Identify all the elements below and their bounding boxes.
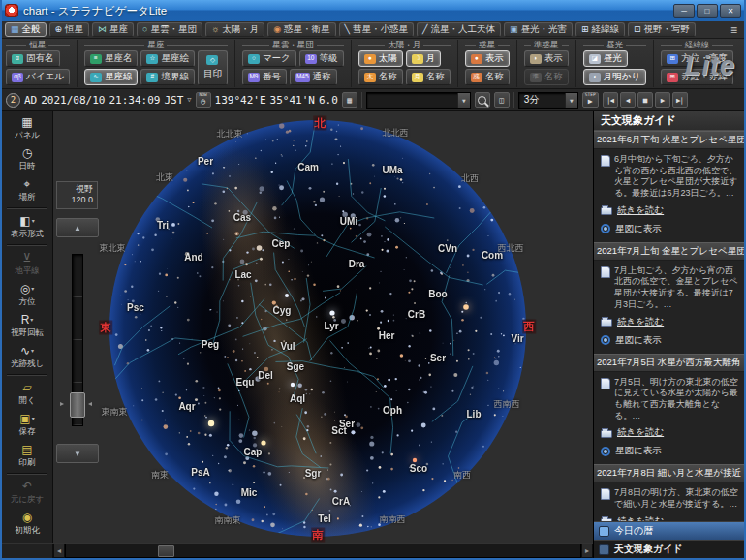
sidebar-item[interactable]: R▾視野回転 (2, 310, 52, 341)
toolbar-button[interactable]: 惑名称 (465, 69, 510, 85)
top-toolbar-button[interactable]: ▦全般 (5, 22, 47, 37)
datetime-dropdown-icon[interactable]: ▽ (187, 96, 191, 104)
constellation-label: Vul (280, 341, 295, 352)
sidebar-item[interactable]: ▤印刷 (2, 440, 52, 471)
guide-tab-phenomena-guide[interactable]: 天文現象ガイド (594, 540, 744, 558)
guide-item-title[interactable]: 2021年7月上旬 金星とプレセペ星団が… (594, 242, 744, 261)
scrollbar-track[interactable] (65, 544, 581, 558)
toolbar-button[interactable]: ≡星座名 (84, 50, 139, 67)
show-in-chart-label: 星図に表示 (615, 223, 662, 235)
toolbar-button[interactable]: 10等級 (299, 50, 344, 67)
toolbar-overflow-button[interactable]: ≡ (727, 23, 741, 37)
interval-dropdown-arrow[interactable]: ▼ (565, 93, 577, 108)
now-button[interactable]: NOW ◷ (196, 92, 211, 108)
toolbar-button[interactable]: α固有名 (6, 50, 60, 67)
toolbar-button[interactable]: ∿星座線 (84, 69, 139, 85)
minimize-button[interactable]: ─ (673, 4, 695, 18)
panel-toggle-button[interactable]: ◫ (494, 92, 510, 108)
guide-item-title[interactable]: 2021年7月8日 細い月と水星が接近 (594, 464, 744, 482)
sidebar-item[interactable]: ◷日時 (2, 143, 52, 174)
zoom-out-button[interactable]: ▼ (56, 444, 99, 463)
top-toolbar-button[interactable]: ╲彗星・小惑星 (339, 22, 414, 37)
fov-slider-thumb[interactable] (70, 392, 85, 418)
time-value[interactable]: 21:34:09 (109, 94, 160, 107)
sidebar-item[interactable]: ⌖場所 (2, 174, 52, 205)
toolbar-button[interactable]: M45通称 (290, 69, 337, 85)
constellation-label: Mic (241, 487, 258, 498)
scrollbar-thumb[interactable] (158, 545, 174, 557)
top-toolbar-button[interactable]: ○星雲・星団 (137, 22, 202, 37)
compass-label: 東南東 (102, 406, 128, 419)
toolbar-button[interactable]: #境界線 (140, 69, 195, 85)
guide-item-title[interactable]: 2021年6月下旬 火星とプレセペ星団が… (594, 131, 744, 149)
toolbar-button[interactable]: ☽月 (406, 50, 442, 67)
read-more-link[interactable]: 続きを読む (594, 423, 744, 442)
guide-tab-today-calendar[interactable]: 今日の暦 (594, 521, 744, 540)
interval-combobox[interactable]: 3分 ▼ (518, 92, 578, 109)
toolbar-group-row: ●太陽☽月 (358, 50, 451, 67)
step-back-button[interactable]: ◀ (620, 92, 636, 108)
top-toolbar-button[interactable]: ⋈星座 (92, 22, 134, 37)
search-dropdown-arrow[interactable]: ▼ (457, 93, 470, 108)
skip-to-start-button[interactable]: |◀ (603, 92, 618, 108)
toolbar-button[interactable]: ◖月明かり (583, 69, 646, 85)
constellation-label: PsA (191, 467, 209, 478)
show-in-chart-link[interactable]: 星図に表示 (594, 442, 744, 460)
toolbar-button[interactable]: ◇目印 (198, 50, 228, 85)
sidebar-item[interactable]: ◧▾表示形式 (2, 211, 52, 242)
title-bar[interactable]: chart - ステラナビゲータLite ─ □ ✕ (0, 0, 746, 21)
toolbar-button[interactable]: 準名称 (524, 69, 569, 85)
sidebar-item[interactable]: ▣▾保存 (2, 409, 52, 440)
toolbar-separator (513, 92, 514, 108)
search-button[interactable] (475, 92, 490, 108)
top-toolbar-button[interactable]: ⊡視野・写野 (628, 22, 696, 37)
toolbar-button[interactable]: 太名称 (358, 69, 403, 85)
sky-chart[interactable]: 北北北東北北西北東北西東北東西北西東西東南東西南西南東南西南南東南南西南PerC… (53, 111, 593, 543)
skip-to-end-button[interactable]: ▶| (672, 92, 688, 108)
sidebar-item[interactable]: ▦パネル (2, 112, 52, 143)
location-map-button[interactable]: ▦ (342, 92, 357, 108)
toolbar-button[interactable]: ●太陽 (358, 50, 403, 67)
step-mode-button[interactable]: STEP ▶ (582, 92, 599, 108)
toolbar-button[interactable]: ☆星座絵 (140, 50, 195, 67)
maximize-button[interactable]: □ (697, 4, 718, 18)
sidebar-item[interactable]: ◉初期化 (2, 508, 52, 539)
read-more-link[interactable]: 続きを読む (594, 313, 744, 331)
read-more-link[interactable]: 続きを読む (594, 202, 744, 220)
toolbar-button-label: 全般 (22, 23, 41, 36)
top-toolbar-button[interactable]: ╱流星・人工天体 (417, 22, 501, 37)
top-toolbar-button[interactable]: ▣昼光・光害 (504, 22, 573, 37)
date-value[interactable]: 2021/08/10 (41, 94, 105, 107)
stop-button[interactable]: ■ (637, 92, 653, 108)
toolbar-button[interactable]: ◪昼光 (583, 50, 628, 67)
top-toolbar-button[interactable]: ⊕恒星 (49, 22, 90, 37)
toolbar-button[interactable]: M9番号 (242, 69, 287, 85)
toolbar-button[interactable]: ◗表示 (524, 50, 569, 67)
toolbar-button-label: 恒星 (65, 23, 83, 36)
play-button[interactable]: ▶ (655, 92, 670, 108)
scroll-right-button[interactable]: ▸ (581, 544, 593, 558)
scroll-left-button[interactable]: ◂ (53, 544, 65, 558)
zoom-in-button[interactable]: ▲ (56, 218, 99, 237)
search-input[interactable] (367, 95, 457, 106)
sidebar-item[interactable]: ⊻地平線 (2, 248, 52, 279)
close-button[interactable]: ✕ (720, 4, 741, 18)
toolbar-button[interactable]: 月名称 (406, 69, 451, 85)
sidebar-item[interactable]: ↶元に戻す (2, 477, 52, 508)
show-in-chart-link[interactable]: 星図に表示 (594, 331, 744, 350)
horizontal-scrollbar[interactable]: ◂ ▸ (2, 543, 593, 558)
toolbar-button[interactable]: ●表示 (465, 50, 510, 67)
toolbar-button[interactable]: αβバイエル (6, 69, 70, 85)
search-combobox[interactable]: ▼ (366, 92, 471, 109)
top-toolbar-button[interactable]: ◉惑星・衛星 (267, 22, 335, 37)
top-toolbar-button[interactable]: ☼太陽・月 (205, 22, 264, 37)
show-in-chart-link[interactable]: 星図に表示 (594, 220, 744, 238)
toolbar-button[interactable]: ○マーク (242, 50, 296, 67)
sidebar-item[interactable]: ◎▾方位 (2, 279, 52, 310)
guide-item-text: 7月8日の明け方、東北東の低空で細い月と水星が接近する。… (614, 487, 741, 510)
sidebar-item[interactable]: ∿▾光跡残し (2, 341, 52, 372)
sidebar-item[interactable]: ▱開く (2, 378, 52, 409)
guide-item-title[interactable]: 2021年7月5日 水星が西方最大離角 (594, 354, 744, 372)
read-more-link[interactable]: 続きを読む (594, 513, 744, 521)
top-toolbar-button[interactable]: ⊞経緯線 (575, 22, 625, 37)
